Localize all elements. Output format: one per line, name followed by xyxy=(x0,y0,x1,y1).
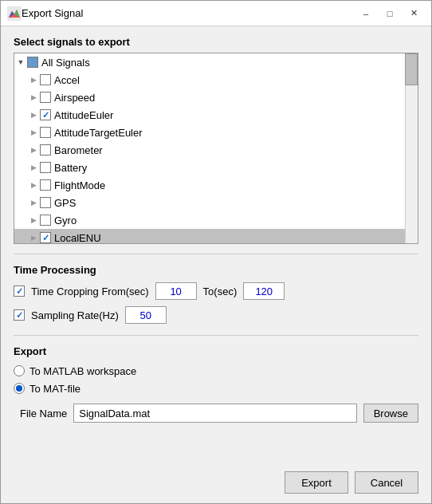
item-checkbox[interactable] xyxy=(40,144,51,156)
export-button[interactable]: Export xyxy=(285,471,348,494)
item-checkbox[interactable] xyxy=(40,197,51,208)
cancel-button[interactable]: Cancel xyxy=(355,471,418,494)
divider-time xyxy=(14,254,418,254)
item-expand-icon[interactable] xyxy=(27,211,40,229)
export-section-label: Export xyxy=(14,345,418,357)
time-from-input[interactable] xyxy=(155,282,197,300)
list-item[interactable]: Barometer xyxy=(14,141,418,159)
workspace-radio-label: To MATLAB workspace xyxy=(29,365,136,377)
matlab-icon xyxy=(7,6,22,21)
item-expand-icon[interactable] xyxy=(27,124,40,141)
item-checkbox[interactable] xyxy=(40,215,51,226)
list-item[interactable]: LocalENU xyxy=(14,229,418,244)
browse-button[interactable]: Browse xyxy=(363,404,418,423)
tree-root[interactable]: All Signals xyxy=(14,53,418,71)
item-label: Barometer xyxy=(54,144,103,156)
main-content: Select signals to export All Signals Acc… xyxy=(1,26,431,465)
item-expand-icon[interactable] xyxy=(27,229,40,244)
list-item[interactable]: Accel xyxy=(14,71,418,89)
root-expand-icon[interactable] xyxy=(14,53,27,71)
export-option-workspace[interactable]: To MATLAB workspace xyxy=(14,362,418,380)
list-item[interactable]: Airspeed xyxy=(14,89,418,106)
time-cropping-label: Time Cropping From(sec) xyxy=(31,285,149,297)
close-button[interactable]: ✕ xyxy=(403,4,425,23)
scrollbar-track[interactable] xyxy=(405,53,418,243)
item-expand-icon[interactable] xyxy=(27,71,40,89)
sampling-rate-checkbox[interactable] xyxy=(14,309,25,321)
root-label: All Signals xyxy=(41,57,90,69)
list-item[interactable]: FlightMode xyxy=(14,176,418,194)
workspace-radio[interactable] xyxy=(14,365,25,376)
signal-tree[interactable]: All Signals Accel Airspeed xyxy=(14,53,418,244)
item-expand-icon[interactable] xyxy=(27,194,40,211)
item-expand-icon[interactable] xyxy=(27,159,40,176)
filename-label: File Name xyxy=(20,408,67,419)
bottom-buttons: Export Cancel xyxy=(1,465,431,503)
signals-section-label: Select signals to export xyxy=(14,36,418,48)
window-title: Export Signal xyxy=(22,7,355,19)
item-expand-icon[interactable] xyxy=(27,141,40,159)
item-checkbox[interactable] xyxy=(40,127,51,138)
item-label: GPS xyxy=(54,197,76,209)
time-cropping-row: Time Cropping From(sec) To(sec) xyxy=(14,281,418,301)
item-checkbox[interactable] xyxy=(40,92,51,103)
item-label: FlightMode xyxy=(54,179,105,191)
signals-section: Select signals to export All Signals Acc… xyxy=(14,36,418,244)
svg-rect-0 xyxy=(7,6,22,21)
list-item[interactable]: AttitudeEuler xyxy=(14,106,418,124)
sampling-rate-label: Sampling Rate(Hz) xyxy=(31,309,119,321)
time-cropping-checkbox[interactable] xyxy=(14,285,25,297)
item-label: Gyro xyxy=(54,215,77,226)
export-section: Export To MATLAB workspace To MAT-file F… xyxy=(14,345,418,423)
titlebar: Export Signal – □ ✕ xyxy=(1,1,431,26)
scrollbar-thumb[interactable] xyxy=(405,53,418,85)
item-expand-icon[interactable] xyxy=(27,89,40,106)
window-controls: – □ ✕ xyxy=(355,4,425,23)
item-label: LocalENU xyxy=(54,232,101,244)
sampling-rate-input[interactable] xyxy=(125,306,167,324)
item-label: AttitudeTargetEuler xyxy=(54,127,143,139)
list-item[interactable]: Gyro xyxy=(14,211,418,229)
item-label: Battery xyxy=(54,162,87,174)
item-checkbox[interactable] xyxy=(40,232,51,243)
sampling-rate-row: Sampling Rate(Hz) xyxy=(14,305,418,325)
item-expand-icon[interactable] xyxy=(27,176,40,194)
export-option-matfile[interactable]: To MAT-file xyxy=(14,380,418,397)
item-label: AttitudeEuler xyxy=(54,109,113,121)
item-checkbox[interactable] xyxy=(40,74,51,85)
item-label: Accel xyxy=(54,74,80,86)
item-checkbox[interactable] xyxy=(40,109,51,120)
item-checkbox[interactable] xyxy=(40,162,51,173)
export-signal-window: Export Signal – □ ✕ Select signals to ex… xyxy=(0,0,432,504)
list-item[interactable]: Battery xyxy=(14,159,418,176)
matfile-radio-label: To MAT-file xyxy=(29,383,81,395)
maximize-button[interactable]: □ xyxy=(379,4,401,23)
item-label: Airspeed xyxy=(54,92,95,104)
minimize-button[interactable]: – xyxy=(355,4,377,23)
item-expand-icon[interactable] xyxy=(27,106,40,124)
divider-export xyxy=(14,335,418,336)
root-checkbox[interactable] xyxy=(27,57,38,68)
time-processing-section: Time Processing Time Cropping From(sec) … xyxy=(14,264,418,325)
time-to-label: To(sec) xyxy=(203,285,238,297)
item-checkbox[interactable] xyxy=(40,179,51,191)
time-to-input[interactable] xyxy=(243,282,285,300)
filename-input[interactable] xyxy=(73,404,356,423)
time-section-label: Time Processing xyxy=(14,264,418,276)
list-item[interactable]: AttitudeTargetEuler xyxy=(14,124,418,141)
list-item[interactable]: GPS xyxy=(14,194,418,211)
matfile-radio[interactable] xyxy=(14,383,25,394)
filename-row: File Name Browse xyxy=(14,404,418,423)
